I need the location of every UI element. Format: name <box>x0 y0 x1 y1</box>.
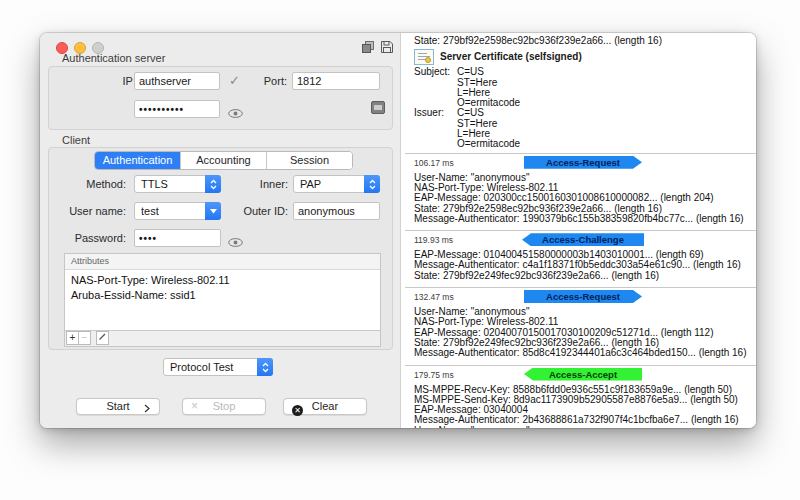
x-icon: × <box>191 401 198 412</box>
edit-attribute-button[interactable] <box>96 331 109 345</box>
entry-time: 119.93 ms <box>414 235 453 245</box>
log-entry-header: 132.47 ms Access-Request <box>414 290 752 304</box>
attributes-list[interactable]: NAS-Port-Type: Wireless-802.11 Aruba-Ess… <box>65 270 380 333</box>
log-entry-header: 179.75 ms Access-Accept <box>414 368 752 382</box>
subject-label: Subject: <box>414 67 457 108</box>
certificate-title: Server Certificate (selfsigned) <box>440 51 582 62</box>
protocol-test-popup[interactable]: Protocol Test <box>163 358 273 376</box>
log-entry-header: 119.93 ms Access-Challenge <box>414 233 752 247</box>
copy-icon[interactable] <box>361 40 375 54</box>
log-entry: 119.93 ms Access-Challenge EAP-Message: … <box>405 230 756 284</box>
packet-type-banner: Access-Request <box>524 290 642 303</box>
start-button[interactable]: Start <box>76 398 160 415</box>
pencil-icon <box>98 332 107 341</box>
clear-circle-icon: ✕ <box>292 402 303 417</box>
certificate-subject: Subject: C=US ST=Here L=Here O=ermitacod… <box>414 67 752 108</box>
stepper-icon <box>257 358 273 376</box>
server-group-title: Authentication server <box>62 52 165 64</box>
attribute-row[interactable]: Aruba-Essid-Name: ssid1 <box>71 288 380 303</box>
secret-field[interactable] <box>134 100 220 118</box>
stop-label: Stop <box>213 400 236 412</box>
log-line: State: 279bf92e2598ec92bc936f239e2a66...… <box>414 36 752 46</box>
attributes-panel: Attributes NAS-Port-Type: Wireless-802.1… <box>64 253 381 347</box>
certificate-header: Server Certificate (selfsigned) <box>414 47 752 66</box>
log-entry: 106.17 ms Access-Request User-Name: "ano… <box>405 153 756 227</box>
tab-authentication[interactable]: Authentication <box>95 152 181 169</box>
client-group-title: Client <box>62 134 90 146</box>
remove-attribute-button[interactable]: − <box>78 331 91 345</box>
ip-address-field[interactable] <box>134 72 220 90</box>
method-popup[interactable]: TTLS <box>134 175 221 193</box>
desktop: Authentication server IP address: ✓ Port… <box>0 0 800 500</box>
username-label: User name: <box>59 205 126 217</box>
log-line: Message-Authenticator: 85d8c4192344401a6… <box>414 348 752 358</box>
entry-time: 106.17 ms <box>414 158 454 168</box>
issuer-label: Issuer: <box>414 108 457 149</box>
log-entry: 132.47 ms Access-Request User-Name: "ano… <box>405 287 756 361</box>
password-field[interactable] <box>134 229 221 247</box>
method-label: Method: <box>59 178 126 190</box>
username-value: test <box>141 205 159 217</box>
mode-segmented-control: Authentication Accounting Session <box>94 151 353 170</box>
packet-type-banner: Access-Accept <box>524 368 642 381</box>
attributes-toolbar: + − <box>65 330 380 346</box>
log-line: Message-Authenticator: 1990379b6c155b383… <box>414 214 752 224</box>
attributes-header: Attributes <box>65 254 380 270</box>
method-value: TTLS <box>141 178 168 190</box>
outer-id-field[interactable] <box>293 202 380 220</box>
client-group-box: Authentication Accounting Session Method… <box>48 147 393 350</box>
clear-button[interactable]: ✕ Clear <box>283 398 367 415</box>
entry-time: 132.47 ms <box>414 292 454 302</box>
log-entry-header: 106.17 ms Access-Request <box>414 156 752 170</box>
packet-type-banner: Access-Challenge <box>522 233 644 246</box>
inner-popup[interactable]: PAP <box>293 175 380 193</box>
log-entry: 179.75 ms Access-Accept MS-MPPE-Recv-Key… <box>405 365 756 428</box>
app-window: Authentication server IP address: ✓ Port… <box>40 33 756 428</box>
password-label: Password: <box>59 232 126 244</box>
stepper-icon <box>364 175 380 193</box>
log-line: User-Name: "anonymous" <box>414 426 752 428</box>
attribute-row[interactable]: NAS-Port-Type: Wireless-802.11 <box>71 273 380 288</box>
save-icon[interactable] <box>380 40 394 54</box>
log-pane[interactable]: State: 279bf92e2598ec92bc936f239e2a66...… <box>401 33 756 428</box>
certificate-icon <box>414 49 434 65</box>
inner-value: PAP <box>300 178 321 190</box>
entry-time: 179.75 ms <box>414 370 454 380</box>
certificate-issuer: Issuer: C=US ST=Here L=Here O=ermitacode <box>414 108 752 149</box>
inner-label: Inner: <box>219 178 288 190</box>
settings-pane: Authentication server IP address: ✓ Port… <box>40 33 401 428</box>
tab-accounting[interactable]: Accounting <box>181 152 267 169</box>
protocol-test-value: Protocol Test <box>170 361 233 373</box>
stop-button[interactable]: × Stop <box>182 398 266 415</box>
tab-session[interactable]: Session <box>267 152 352 169</box>
clear-label: Clear <box>312 400 338 412</box>
chevron-right-icon <box>144 402 150 417</box>
server-group-box: IP address: ✓ Port: Secret: <box>48 66 393 130</box>
issuer-line: O=ermitacode <box>457 139 520 149</box>
username-combo[interactable]: test <box>134 202 221 220</box>
show-password-eye-icon[interactable] <box>228 233 243 251</box>
packet-type-banner: Access-Request <box>524 156 642 169</box>
show-secret-eye-icon[interactable] <box>228 104 243 122</box>
keypad-icon[interactable] <box>371 101 385 114</box>
log-line: State: 279bf92e249fec92bc936f239e2a66...… <box>414 271 752 281</box>
port-label: Port: <box>234 75 287 87</box>
port-field[interactable] <box>292 72 380 90</box>
start-label: Start <box>106 400 129 412</box>
outer-id-label: Outer ID: <box>219 205 288 217</box>
